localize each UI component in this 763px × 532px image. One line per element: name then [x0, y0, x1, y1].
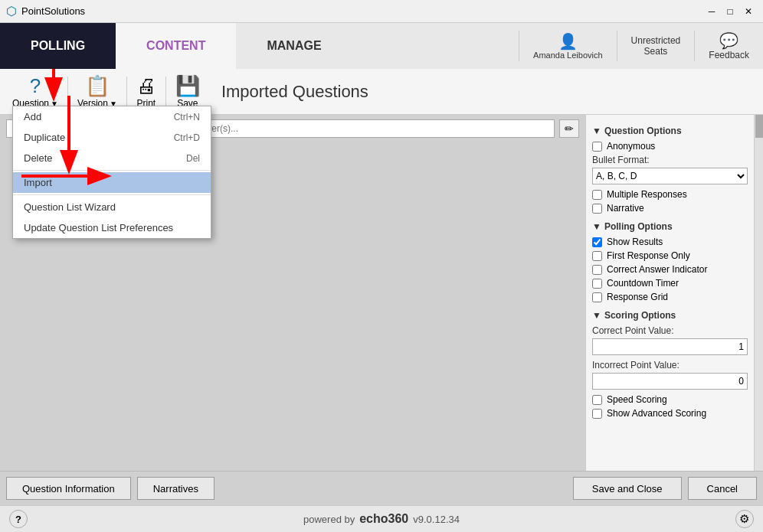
anonymous-label: Anonymous	[607, 141, 655, 152]
nav-polling[interactable]: POLLING	[0, 23, 116, 69]
app-title: PointSolutions	[21, 5, 85, 17]
dropdown-import[interactable]: Import	[13, 172, 211, 193]
bullet-format-label: Bullet Format:	[592, 155, 748, 165]
response-grid-label: Response Grid	[607, 292, 668, 302]
dropdown-prefs[interactable]: Update Question List Preferences	[13, 217, 211, 238]
response-grid-row: Response Grid	[592, 292, 748, 302]
dropdown-wizard-label: Question List Wizard	[24, 201, 116, 213]
maximize-button[interactable]: □	[722, 3, 738, 20]
correct-answer-indicator-row: Correct Answer Indicator	[592, 264, 748, 275]
show-advanced-checkbox[interactable]	[592, 409, 602, 419]
countdown-timer-checkbox[interactable]	[592, 279, 602, 289]
first-response-label: First Response Only	[607, 250, 690, 261]
bullet-format-section: Bullet Format: A, B, C, D 1, 2, 3, 4 a, …	[592, 155, 748, 189]
countdown-timer-row: Countdown Timer	[592, 278, 748, 289]
dropdown-wizard[interactable]: Question List Wizard	[13, 197, 211, 217]
answer-input[interactable]	[153, 119, 555, 138]
page-title: Imported Questions	[221, 82, 368, 102]
right-panel-scrollbar[interactable]	[754, 115, 763, 471]
app-icon: ⬡	[6, 4, 17, 18]
question-options-header: ▼ Question Options	[592, 126, 748, 136]
narrative-checkbox[interactable]	[592, 204, 602, 214]
right-panel: ▼ Question Options Anonymous Bullet Form…	[585, 115, 754, 471]
dropdown-add-shortcut: Ctrl+N	[174, 112, 200, 122]
feedback-label: Feedback	[709, 50, 749, 60]
dropdown-sep1	[13, 170, 211, 171]
correct-answer-indicator-label: Correct Answer Indicator	[607, 264, 707, 275]
scoring-options-arrow: ▼	[592, 310, 601, 321]
polling-options-arrow: ▼	[592, 221, 601, 232]
anonymous-row: Anonymous	[592, 141, 748, 152]
question-options-label: Question Options	[604, 126, 682, 136]
dropdown-duplicate[interactable]: Duplicate Ctrl+D	[13, 127, 211, 148]
incorrect-point-label: Incorrect Point Value:	[592, 360, 748, 370]
print-icon: 🖨	[136, 74, 156, 98]
seats-label: Unrestricted	[631, 35, 681, 46]
nav-manage[interactable]: MANAGE	[236, 23, 352, 69]
footer: ? powered by echo360 v9.0.12.34 ⚙	[0, 505, 763, 532]
first-response-checkbox[interactable]	[592, 251, 602, 261]
settings-button[interactable]: ⚙	[735, 510, 754, 528]
title-bar: ⬡ PointSolutions ─ □ ✕	[0, 0, 763, 23]
dropdown-delete-label: Delete	[24, 152, 53, 164]
dropdown-add[interactable]: Add Ctrl+N	[13, 106, 211, 127]
nav-bar: POLLING CONTENT MANAGE 👤 Amanda Leibovic…	[0, 23, 763, 69]
nav-seats[interactable]: Unrestricted Seats	[617, 23, 695, 69]
settings-icon: ⚙	[739, 512, 749, 525]
speed-scoring-row: Speed Scoring	[592, 394, 748, 405]
user-name: Amanda Leibovich	[533, 51, 603, 60]
dropdown-duplicate-label: Duplicate	[24, 132, 65, 143]
anonymous-checkbox[interactable]	[592, 142, 602, 152]
question-dropdown-menu: Add Ctrl+N Duplicate Ctrl+D Delete Del I…	[12, 106, 211, 239]
dropdown-import-label: Import	[24, 177, 52, 188]
close-button[interactable]: ✕	[740, 3, 757, 20]
dropdown-delete[interactable]: Delete Del	[13, 148, 211, 168]
powered-text: powered by	[303, 514, 355, 525]
show-results-label: Show Results	[607, 237, 663, 247]
echo-brand: echo360	[359, 512, 408, 526]
nav-feedback[interactable]: 💬 Feedback	[695, 23, 763, 69]
multiple-responses-checkbox[interactable]	[592, 190, 602, 200]
user-icon: 👤	[558, 32, 578, 51]
toolbar-sep1	[67, 77, 68, 107]
response-grid-checkbox[interactable]	[592, 292, 602, 302]
narrative-row: Narrative	[592, 203, 748, 214]
dropdown-sep2	[13, 194, 211, 195]
minimize-button[interactable]: ─	[703, 3, 720, 20]
help-button[interactable]: ?	[9, 510, 28, 528]
speed-scoring-checkbox[interactable]	[592, 395, 602, 405]
save-close-button[interactable]: Save and Close	[573, 477, 682, 500]
correct-point-label: Correct Point Value:	[592, 325, 748, 336]
cancel-button[interactable]: Cancel	[688, 477, 757, 500]
scoring-options-label: Scoring Options	[604, 310, 676, 321]
show-results-checkbox[interactable]	[592, 237, 602, 247]
polling-options-label: Polling Options	[604, 221, 673, 232]
narrative-label: Narrative	[607, 203, 644, 214]
nav-user[interactable]: 👤 Amanda Leibovich	[519, 23, 617, 69]
dropdown-delete-shortcut: Del	[186, 153, 200, 164]
scoring-options-header: ▼ Scoring Options	[592, 310, 748, 321]
feedback-icon: 💬	[719, 31, 738, 50]
save-icon: 💾	[175, 74, 200, 98]
show-advanced-label: Show Advanced Scoring	[607, 408, 706, 419]
question-options-arrow: ▼	[592, 126, 601, 136]
correct-answer-indicator-checkbox[interactable]	[592, 265, 602, 275]
nav-content[interactable]: CONTENT	[116, 23, 236, 69]
bullet-format-select[interactable]: A, B, C, D 1, 2, 3, 4 a, b, c, d	[592, 168, 748, 184]
question-icon: ?	[30, 74, 41, 98]
toolbar-sep2	[126, 77, 127, 107]
toolbar-sep3	[165, 77, 166, 107]
footer-logo: powered by echo360 v9.0.12.34	[303, 512, 460, 526]
polling-options-header: ▼ Polling Options	[592, 221, 748, 232]
dropdown-add-label: Add	[24, 111, 41, 122]
narratives-tab[interactable]: Narratives	[137, 477, 214, 500]
show-advanced-row: Show Advanced Scoring	[592, 408, 748, 419]
seats-sublabel: Seats	[644, 46, 668, 57]
incorrect-point-input[interactable]	[592, 373, 748, 390]
correct-point-input[interactable]	[592, 338, 748, 355]
question-info-tab[interactable]: Question Information	[6, 477, 131, 500]
correct-point-section: Correct Point Value:	[592, 325, 748, 360]
edit-button[interactable]: ✏	[559, 119, 579, 138]
edit-icon: ✏	[565, 122, 574, 135]
multiple-responses-label: Multiple Responses	[607, 189, 687, 200]
